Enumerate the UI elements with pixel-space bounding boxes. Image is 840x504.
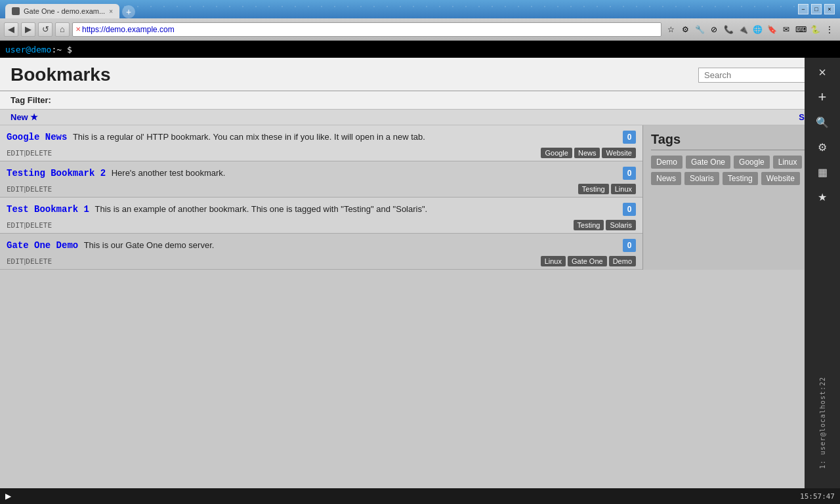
- python-icon[interactable]: 🐍: [808, 23, 822, 36]
- tag-pill[interactable]: Linux: [611, 184, 636, 194]
- bookmark-top-row: Gate One Demo This is our Gate One demo …: [7, 239, 636, 252]
- reload-button[interactable]: ↺: [38, 22, 52, 37]
- bookmark-top-row: Testing Bookmark 2 Here's another test b…: [7, 167, 636, 180]
- bookmark-link-2[interactable]: Test Bookmark 1: [7, 204, 89, 215]
- bookmark-actions-0: EDIT|DELETE Google News Website: [7, 148, 636, 158]
- new-tab-icon: +: [126, 7, 131, 17]
- toolbar-icons: ☆ ⚙ 🔧 ⊘ 📞 🔌 🌐 🔖 ✉ ⌨ 🐍 ⋮: [664, 23, 836, 36]
- tag-pill[interactable]: Website: [602, 148, 636, 158]
- action-links-0: EDIT|DELETE: [7, 149, 52, 158]
- tags-tag-testing[interactable]: Testing: [723, 172, 758, 185]
- new-tab-button[interactable]: +: [122, 5, 135, 18]
- extensions-icon[interactable]: 🔧: [693, 23, 706, 36]
- action-links-1: EDIT|DELETE: [7, 185, 52, 194]
- bookmark-count-3: 0: [623, 239, 636, 252]
- bookmarks-sidebar-button[interactable]: ★: [810, 185, 834, 209]
- bookmark-link-0[interactable]: Google News: [7, 132, 67, 142]
- tags-tag-gateone[interactable]: Gate One: [686, 156, 730, 169]
- bookmark-desc-0: This is a regular ol' HTTP bookmark. You…: [73, 132, 425, 142]
- tags-tag-website[interactable]: Website: [761, 172, 800, 185]
- tag-pill[interactable]: Google: [541, 148, 572, 158]
- maximize-button[interactable]: □: [811, 4, 822, 14]
- plugin2-icon[interactable]: 🌐: [751, 23, 764, 36]
- edit-link-3[interactable]: EDIT: [7, 257, 24, 266]
- minimize-button[interactable]: −: [798, 4, 808, 14]
- tag-pill[interactable]: Demo: [609, 256, 636, 266]
- action-links-3: EDIT|DELETE: [7, 257, 52, 266]
- terminal-prompt: user@demo:~ $: [5, 45, 72, 54]
- delete-link-3[interactable]: DELETE: [26, 257, 52, 266]
- edit-link-1[interactable]: EDIT: [7, 185, 24, 194]
- phone-icon[interactable]: 📞: [722, 23, 735, 36]
- tags-tag-news[interactable]: News: [651, 172, 681, 185]
- bookmark-item: Testing Bookmark 2 Here's another test b…: [0, 161, 642, 198]
- prompt-dollar: $: [67, 45, 72, 54]
- taskbar-time: 15:57:47: [800, 492, 835, 501]
- bookmark-list: Google News This is a regular ol' HTTP b…: [0, 125, 643, 270]
- security-icon: ✕: [75, 26, 81, 33]
- settings-icon[interactable]: ⚙: [679, 23, 692, 36]
- add-terminal-button[interactable]: +: [810, 85, 834, 109]
- close-panel-button[interactable]: ×: [810, 60, 834, 84]
- browser-toolbar: ◀ ▶ ↺ ⌂ ✕ ☆ ⚙ 🔧 ⊘ 📞 🔌 🌐 🔖 ✉ ⌨ 🐍 ⋮: [0, 18, 840, 41]
- tag-pills-2: Testing Solaris: [574, 220, 636, 230]
- tags-tag-linux[interactable]: Linux: [773, 156, 803, 169]
- bookmark-star-icon[interactable]: ☆: [664, 23, 677, 36]
- tag-pill[interactable]: Testing: [578, 184, 609, 194]
- tag-pill[interactable]: Gate One: [568, 256, 607, 266]
- bookmarks-header: Bookmarks: [0, 58, 840, 91]
- play-button[interactable]: ▶: [5, 492, 11, 501]
- bookmarks-title: Bookmarks: [10, 64, 111, 85]
- terminal-bar: user@demo:~ $: [0, 41, 840, 58]
- stop-icon[interactable]: ⊘: [707, 23, 721, 36]
- delete-link-2[interactable]: DELETE: [26, 221, 52, 230]
- delete-link-1[interactable]: DELETE: [26, 185, 52, 194]
- settings-sidebar-button[interactable]: ⚙: [810, 135, 834, 159]
- tab-bar: Gate One - demo.exam... × +: [5, 0, 135, 18]
- plugin3-icon[interactable]: 🔖: [765, 23, 778, 36]
- bookmark-item: Test Bookmark 1 This is an example of an…: [0, 198, 642, 234]
- plugin1-icon[interactable]: 🔌: [736, 23, 749, 36]
- tags-tag-demo[interactable]: Demo: [651, 156, 682, 169]
- bookmark-desc-3: This is our Gate One demo server.: [84, 240, 215, 250]
- action-links-2: EDIT|DELETE: [7, 221, 52, 230]
- bookmark-link-3[interactable]: Gate One Demo: [7, 240, 78, 251]
- prompt-user: user@demo: [5, 45, 51, 54]
- tag-pill[interactable]: Linux: [541, 256, 566, 266]
- browser-tab[interactable]: Gate One - demo.exam... ×: [5, 4, 119, 18]
- new-bookmark-link[interactable]: New ★: [10, 112, 38, 122]
- close-window-button[interactable]: ×: [824, 4, 835, 14]
- edit-link-0[interactable]: EDIT: [7, 149, 24, 158]
- forward-button[interactable]: ▶: [21, 22, 35, 37]
- address-bar[interactable]: [82, 25, 658, 34]
- bookmark-top-row: Google News This is a regular ol' HTTP b…: [7, 131, 636, 144]
- back-button[interactable]: ◀: [4, 22, 18, 37]
- delete-link-0[interactable]: DELETE: [26, 149, 52, 158]
- search-sidebar-button[interactable]: 🔍: [810, 110, 834, 134]
- bookmark-link-1[interactable]: Testing Bookmark 2: [7, 168, 106, 178]
- tag-pills-0: Google News Website: [541, 148, 636, 158]
- keyboard-icon[interactable]: ⌨: [794, 23, 807, 36]
- home-button[interactable]: ⌂: [55, 22, 70, 37]
- mail-icon[interactable]: ✉: [780, 23, 793, 36]
- tags-tag-solaris[interactable]: Solaris: [684, 172, 719, 185]
- tag-filter-bar: Tag Filter:: [0, 91, 840, 110]
- bookmark-actions-2: EDIT|DELETE Testing Solaris: [7, 220, 636, 230]
- sidebar-session-label: 1: user@localhost:22: [819, 377, 826, 469]
- grid-sidebar-button[interactable]: ▦: [810, 160, 834, 184]
- tag-pill[interactable]: Solaris: [606, 220, 636, 230]
- edit-link-2[interactable]: EDIT: [7, 221, 24, 230]
- tag-pill[interactable]: Testing: [574, 220, 604, 230]
- tag-filter-label: Tag Filter:: [10, 95, 51, 105]
- bookmark-actions-3: EDIT|DELETE Linux Gate One Demo: [7, 256, 636, 266]
- tag-pill[interactable]: News: [574, 148, 600, 158]
- taskbar: ▶ 15:57:47: [0, 488, 840, 504]
- bookmark-count-2: 0: [623, 203, 636, 216]
- bookmark-desc-2: This is an example of another bookmark. …: [94, 204, 427, 214]
- bookmarks-panel: Bookmarks Tag Filter: New ★ Sort: ▼ Goog…: [0, 58, 840, 488]
- tag-pills-3: Linux Gate One Demo: [541, 256, 636, 266]
- more-icon[interactable]: ⋮: [823, 23, 836, 36]
- window-controls: − □ ×: [798, 4, 835, 14]
- tab-close-button[interactable]: ×: [109, 8, 113, 15]
- tags-tag-google[interactable]: Google: [734, 156, 770, 169]
